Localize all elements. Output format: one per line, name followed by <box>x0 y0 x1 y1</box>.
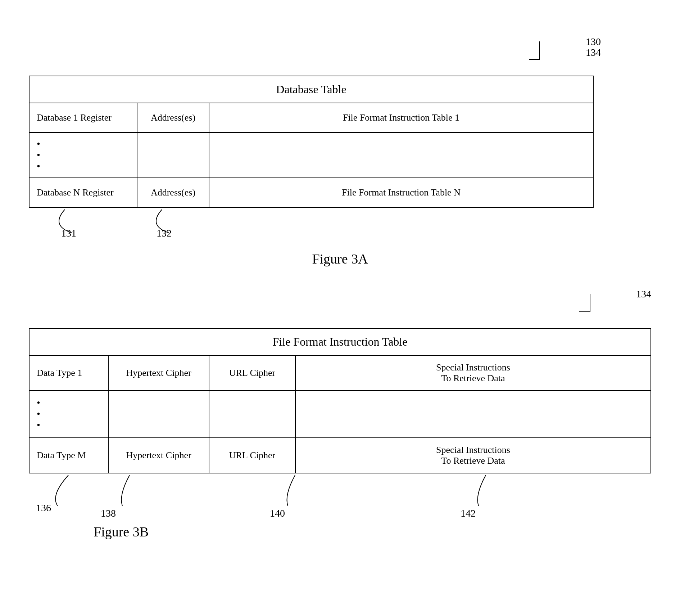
ffit-cell-special-m: Special Instructions To Retrieve Data <box>296 438 650 473</box>
db-table-header: Database Table <box>30 76 593 103</box>
figure-3a-caption: Figure 3A <box>29 251 651 267</box>
db-cell-address-n: Address(es) <box>137 178 209 207</box>
ref-134-line <box>579 288 651 314</box>
arrows-svg-3b <box>29 473 676 524</box>
ref-arrows-3a: 131 132 <box>29 208 601 240</box>
db-cell-format-dots <box>209 133 593 177</box>
ffit-row-1: Data Type 1 Hypertext Cipher URL Cipher … <box>30 356 650 391</box>
ffit-cell-url-dots <box>209 391 296 437</box>
ffit-cell-special-1: Special Instructions To Retrieve Data <box>296 356 650 390</box>
ref-arrows-3b: 136 138 140 142 <box>29 473 651 524</box>
figure-3b: 134 File Format Instruction Table Data T… <box>29 288 651 539</box>
ref-131: 131 <box>61 228 76 239</box>
page-content: 130 134 Database Table Database 1 Regist… <box>0 0 680 561</box>
figure-3b-caption: Figure 3B <box>94 524 149 540</box>
ffit-cell-url-m: URL Cipher <box>209 438 296 473</box>
ffit-header: File Format Instruction Table <box>30 329 650 356</box>
db-cell-register-1: Database 1 Register <box>30 103 137 132</box>
ref-136: 136 <box>36 502 51 514</box>
database-table: Database Table Database 1 Register Addre… <box>29 76 594 208</box>
db-cell-format-1: File Format Instruction Table 1 <box>209 103 593 132</box>
db-cell-dots: • • • <box>30 133 137 177</box>
ffit-row-dots: • • • <box>30 391 650 438</box>
db-cell-address-dots <box>137 133 209 177</box>
db-row-dots: • • • <box>30 133 593 178</box>
ffit-cell-hyper-m: Hypertext Cipher <box>109 438 209 473</box>
ref-140: 140 <box>270 508 285 519</box>
ffit-table: File Format Instruction Table Data Type … <box>29 328 651 473</box>
ref-138: 138 <box>101 508 116 519</box>
db-cell-address-1: Address(es) <box>137 103 209 132</box>
db-row-1: Database 1 Register Address(es) File For… <box>30 103 593 133</box>
ffit-cell-type-1: Data Type 1 <box>30 356 109 390</box>
ffit-cell-type-m: Data Type M <box>30 438 109 473</box>
ref-132: 132 <box>157 228 172 239</box>
ref-134-3a: 134 <box>586 47 601 58</box>
ffit-cell-url-1: URL Cipher <box>209 356 296 390</box>
db-row-n: Database N Register Address(es) File For… <box>30 178 593 207</box>
ffit-cell-hyper-dots <box>109 391 209 437</box>
ffit-row-m: Data Type M Hypertext Cipher URL Cipher … <box>30 438 650 473</box>
db-cell-register-n: Database N Register <box>30 178 137 207</box>
ffit-cell-hyper-1: Hypertext Cipher <box>109 356 209 390</box>
ffit-cell-type-dots: • • • <box>30 391 109 437</box>
db-cell-format-n: File Format Instruction Table N <box>209 178 593 207</box>
ref-142: 142 <box>461 508 476 519</box>
ffit-cell-special-dots <box>296 391 650 437</box>
figure-3a: 130 134 Database Table Database 1 Regist… <box>29 36 651 267</box>
